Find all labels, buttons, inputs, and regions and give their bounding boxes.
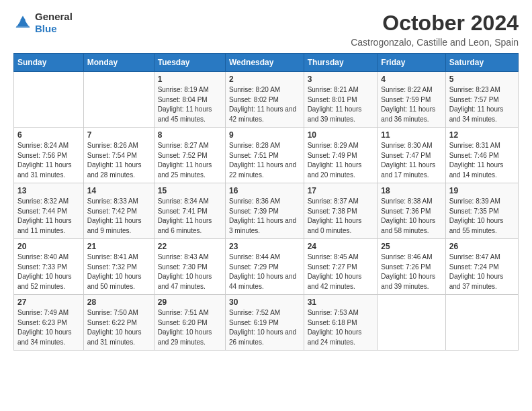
day-number: 9 <box>229 130 300 140</box>
calendar-week-5: 27Sunrise: 7:49 AMSunset: 6:23 PMDayligh… <box>14 295 519 351</box>
day-details: Sunrise: 8:21 AMSunset: 8:01 PMDaylight:… <box>308 85 374 124</box>
logo-text: General Blue <box>35 11 73 35</box>
calendar-cell <box>14 72 84 128</box>
logo-line1: General <box>35 11 73 23</box>
calendar-cell <box>83 72 154 128</box>
calendar-cell: 20Sunrise: 8:40 AMSunset: 7:33 PMDayligh… <box>14 239 84 295</box>
main-title: October 2024 <box>351 11 519 36</box>
calendar-cell: 7Sunrise: 8:26 AMSunset: 7:54 PMDaylight… <box>83 128 154 183</box>
calendar-cell: 27Sunrise: 7:49 AMSunset: 6:23 PMDayligh… <box>14 295 84 351</box>
subtitle: Castrogonzalo, Castille and Leon, Spain <box>351 37 519 48</box>
day-number: 27 <box>17 298 80 307</box>
day-number: 14 <box>87 186 150 195</box>
day-details: Sunrise: 7:51 AMSunset: 6:20 PMDaylight:… <box>158 308 222 347</box>
calendar-header-row: SundayMondayTuesdayWednesdayThursdayFrid… <box>14 54 519 72</box>
calendar-week-4: 20Sunrise: 8:40 AMSunset: 7:33 PMDayligh… <box>14 239 519 295</box>
header-day-saturday: Saturday <box>445 54 518 72</box>
calendar-cell: 23Sunrise: 8:44 AMSunset: 7:29 PMDayligh… <box>225 239 304 295</box>
day-details: Sunrise: 8:43 AMSunset: 7:30 PMDaylight:… <box>158 253 222 291</box>
calendar-cell: 26Sunrise: 8:47 AMSunset: 7:24 PMDayligh… <box>445 239 518 295</box>
day-details: Sunrise: 8:40 AMSunset: 7:33 PMDaylight:… <box>17 253 80 291</box>
calendar-cell: 8Sunrise: 8:27 AMSunset: 7:52 PMDaylight… <box>154 128 225 183</box>
day-details: Sunrise: 8:20 AMSunset: 8:02 PMDaylight:… <box>229 85 300 124</box>
day-details: Sunrise: 8:30 AMSunset: 7:47 PMDaylight:… <box>381 141 441 180</box>
calendar-cell: 31Sunrise: 7:53 AMSunset: 6:18 PMDayligh… <box>304 295 378 351</box>
day-number: 8 <box>158 130 222 140</box>
header-day-friday: Friday <box>378 54 445 72</box>
calendar-cell: 21Sunrise: 8:41 AMSunset: 7:32 PMDayligh… <box>83 239 154 295</box>
title-block: October 2024 Castrogonzalo, Castille and… <box>351 11 519 48</box>
calendar-cell: 16Sunrise: 8:36 AMSunset: 7:39 PMDayligh… <box>225 183 304 239</box>
day-number: 17 <box>308 186 374 195</box>
day-number: 31 <box>308 298 374 307</box>
header-day-tuesday: Tuesday <box>154 54 225 72</box>
day-details: Sunrise: 8:36 AMSunset: 7:39 PMDaylight:… <box>229 197 300 236</box>
calendar-week-1: 1Sunrise: 8:19 AMSunset: 8:04 PMDaylight… <box>14 72 519 128</box>
day-details: Sunrise: 8:28 AMSunset: 7:51 PMDaylight:… <box>229 141 300 180</box>
day-number: 29 <box>158 298 222 307</box>
calendar-cell: 18Sunrise: 8:38 AMSunset: 7:36 PMDayligh… <box>378 183 445 239</box>
day-details: Sunrise: 7:52 AMSunset: 6:19 PMDaylight:… <box>229 308 300 347</box>
day-number: 16 <box>229 186 300 195</box>
day-number: 15 <box>158 186 222 195</box>
calendar-cell: 17Sunrise: 8:37 AMSunset: 7:38 PMDayligh… <box>304 183 378 239</box>
day-number: 11 <box>381 130 441 140</box>
day-details: Sunrise: 8:44 AMSunset: 7:29 PMDaylight:… <box>229 253 300 291</box>
calendar-cell: 19Sunrise: 8:39 AMSunset: 7:35 PMDayligh… <box>445 183 518 239</box>
day-number: 2 <box>229 75 300 84</box>
day-number: 12 <box>449 130 515 140</box>
calendar-cell: 28Sunrise: 7:50 AMSunset: 6:22 PMDayligh… <box>83 295 154 351</box>
day-number: 30 <box>229 298 300 307</box>
day-details: Sunrise: 7:49 AMSunset: 6:23 PMDaylight:… <box>17 308 80 347</box>
day-details: Sunrise: 8:27 AMSunset: 7:52 PMDaylight:… <box>158 141 222 180</box>
day-number: 25 <box>381 242 441 251</box>
day-details: Sunrise: 8:37 AMSunset: 7:38 PMDaylight:… <box>308 197 374 236</box>
calendar-table: SundayMondayTuesdayWednesdayThursdayFrid… <box>13 53 519 351</box>
day-number: 18 <box>381 186 441 195</box>
day-number: 7 <box>87 130 150 140</box>
calendar-cell: 25Sunrise: 8:46 AMSunset: 7:26 PMDayligh… <box>378 239 445 295</box>
calendar-cell <box>445 295 518 351</box>
day-number: 20 <box>17 242 80 251</box>
header-day-wednesday: Wednesday <box>225 54 304 72</box>
calendar-cell: 4Sunrise: 8:22 AMSunset: 7:59 PMDaylight… <box>378 72 445 128</box>
calendar-cell: 1Sunrise: 8:19 AMSunset: 8:04 PMDaylight… <box>154 72 225 128</box>
calendar-cell: 5Sunrise: 8:23 AMSunset: 7:57 PMDaylight… <box>445 72 518 128</box>
day-details: Sunrise: 8:26 AMSunset: 7:54 PMDaylight:… <box>87 141 150 180</box>
day-number: 6 <box>17 130 80 140</box>
day-number: 5 <box>449 75 515 84</box>
day-details: Sunrise: 8:34 AMSunset: 7:41 PMDaylight:… <box>158 197 222 236</box>
day-details: Sunrise: 7:53 AMSunset: 6:18 PMDaylight:… <box>308 308 374 347</box>
day-details: Sunrise: 8:29 AMSunset: 7:49 PMDaylight:… <box>308 141 374 180</box>
calendar-cell: 22Sunrise: 8:43 AMSunset: 7:30 PMDayligh… <box>154 239 225 295</box>
calendar-cell: 6Sunrise: 8:24 AMSunset: 7:56 PMDaylight… <box>14 128 84 183</box>
header: General Blue October 2024 Castrogonzalo,… <box>13 11 519 48</box>
calendar-cell: 2Sunrise: 8:20 AMSunset: 8:02 PMDaylight… <box>225 72 304 128</box>
calendar-cell: 14Sunrise: 8:33 AMSunset: 7:42 PMDayligh… <box>83 183 154 239</box>
day-details: Sunrise: 8:32 AMSunset: 7:44 PMDaylight:… <box>17 197 80 236</box>
day-number: 23 <box>229 242 300 251</box>
day-number: 1 <box>158 75 222 84</box>
calendar-week-3: 13Sunrise: 8:32 AMSunset: 7:44 PMDayligh… <box>14 183 519 239</box>
day-number: 26 <box>449 242 515 251</box>
day-number: 3 <box>308 75 374 84</box>
day-number: 4 <box>381 75 441 84</box>
day-number: 24 <box>308 242 374 251</box>
calendar-cell <box>378 295 445 351</box>
calendar-cell: 11Sunrise: 8:30 AMSunset: 7:47 PMDayligh… <box>378 128 445 183</box>
calendar-cell: 13Sunrise: 8:32 AMSunset: 7:44 PMDayligh… <box>14 183 84 239</box>
day-number: 13 <box>17 186 80 195</box>
calendar-cell: 29Sunrise: 7:51 AMSunset: 6:20 PMDayligh… <box>154 295 225 351</box>
calendar-cell: 10Sunrise: 8:29 AMSunset: 7:49 PMDayligh… <box>304 128 378 183</box>
day-details: Sunrise: 8:41 AMSunset: 7:32 PMDaylight:… <box>87 253 150 291</box>
calendar-cell: 15Sunrise: 8:34 AMSunset: 7:41 PMDayligh… <box>154 183 225 239</box>
day-number: 22 <box>158 242 222 251</box>
day-details: Sunrise: 8:38 AMSunset: 7:36 PMDaylight:… <box>381 197 441 236</box>
day-details: Sunrise: 8:46 AMSunset: 7:26 PMDaylight:… <box>381 253 441 291</box>
day-details: Sunrise: 8:47 AMSunset: 7:24 PMDaylight:… <box>449 253 515 291</box>
day-details: Sunrise: 8:39 AMSunset: 7:35 PMDaylight:… <box>449 197 515 236</box>
day-details: Sunrise: 8:24 AMSunset: 7:56 PMDaylight:… <box>17 141 80 180</box>
day-details: Sunrise: 7:50 AMSunset: 6:22 PMDaylight:… <box>87 308 150 347</box>
calendar-week-2: 6Sunrise: 8:24 AMSunset: 7:56 PMDaylight… <box>14 128 519 183</box>
day-number: 21 <box>87 242 150 251</box>
